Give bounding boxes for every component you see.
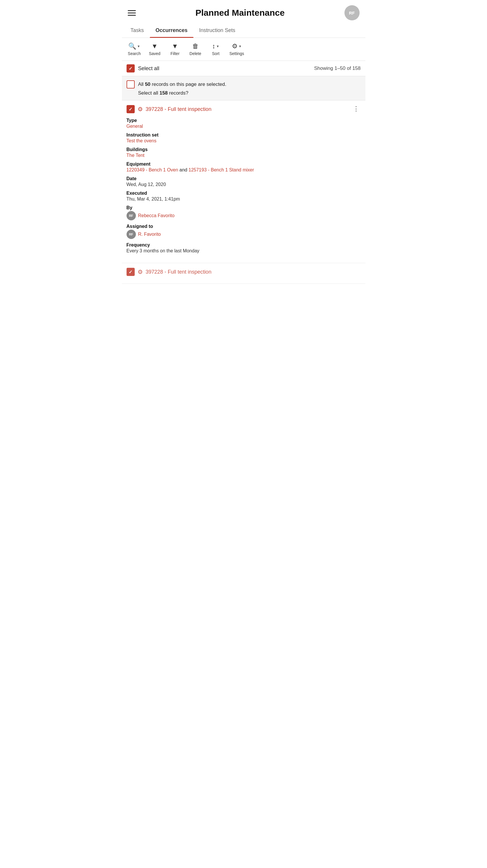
banner-line2: Select all 158 records?: [127, 90, 361, 96]
showing-count: Showing 1–50 of 158: [314, 65, 361, 71]
date-label: Date: [127, 176, 361, 181]
field-by: By RF Rebecca Favorito: [127, 205, 361, 220]
assigned-row: RF R. Favorito: [127, 230, 361, 239]
delete-icon: 🗑: [192, 42, 199, 50]
field-type: Type General: [127, 118, 361, 129]
by-label: By: [127, 205, 361, 211]
equipment-item1[interactable]: 1220349 - Bench 1 Oven: [127, 167, 178, 172]
settings-button[interactable]: ⚙ ▼ Settings: [226, 41, 248, 58]
date-value: Wed, Aug 12, 2020: [127, 182, 361, 187]
field-frequency: Frequency Every 3 months on the last Mon…: [127, 243, 361, 253]
more-options-icon[interactable]: ⋮: [352, 105, 361, 113]
record-card-partial: ⚙ 397228 - Full tent inspection: [122, 263, 365, 284]
sort-icon: ↕: [212, 42, 215, 50]
page-title: Planned Maintenance: [195, 8, 285, 18]
buildings-label: Buildings: [127, 147, 361, 152]
search-button[interactable]: 🔍 ▼ Search: [124, 41, 144, 58]
equipment-label: Equipment: [127, 161, 361, 167]
search-icon: 🔍: [128, 42, 136, 50]
tabs-bar: Tasks Occurrences Instruction Sets: [122, 24, 365, 38]
field-assigned: Assigned to RF R. Favorito: [127, 224, 361, 239]
delete-button[interactable]: 🗑 Delete: [185, 41, 206, 58]
instruction-set-label: Instruction set: [127, 132, 361, 138]
select-all-records-checkbox[interactable]: [127, 80, 135, 89]
equipment-value[interactable]: 1220349 - Bench 1 Oven and 1257193 - Ben…: [127, 167, 361, 173]
assigned-avatar: RF: [127, 230, 136, 239]
equipment-item2[interactable]: 1257193 - Bench 1 Stand mixer: [189, 167, 254, 172]
header: Planned Maintenance RF: [122, 0, 365, 24]
type-label: Type: [127, 118, 361, 123]
type-value[interactable]: General: [127, 124, 361, 129]
search-caret-icon: ▼: [137, 44, 140, 48]
settings-icon: ⚙: [232, 42, 238, 50]
partial-record-header: ⚙ 397228 - Full tent inspection: [127, 268, 361, 276]
by-row: RF Rebecca Favorito: [127, 211, 361, 220]
record-card: ⚙ 397228 - Full tent inspection ⋮ Type G…: [122, 100, 365, 263]
field-equipment: Equipment 1220349 - Bench 1 Oven and 125…: [127, 161, 361, 173]
select-all-checkbox[interactable]: [127, 64, 135, 72]
field-instruction-set: Instruction set Test the ovens: [127, 132, 361, 144]
field-date: Date Wed, Aug 12, 2020: [127, 176, 361, 187]
settings-caret-icon: ▼: [238, 44, 242, 48]
filter-button[interactable]: ▼ Filter: [165, 41, 185, 58]
select-all-label: Select all: [138, 65, 159, 72]
partial-record-checkbox[interactable]: [127, 268, 135, 276]
by-avatar: RF: [127, 211, 136, 220]
gear-icon: ⚙: [138, 106, 143, 113]
assigned-label: Assigned to: [127, 224, 361, 229]
by-value[interactable]: Rebecca Favorito: [138, 213, 174, 218]
partial-gear-icon: ⚙: [138, 268, 143, 275]
executed-label: Executed: [127, 191, 361, 196]
frequency-value: Every 3 months on the last Monday: [127, 248, 361, 253]
partial-record-title[interactable]: 397228 - Full tent inspection: [146, 269, 212, 275]
assigned-value[interactable]: R. Favorito: [138, 232, 161, 237]
banner-line1: All 50 records on this page are selected…: [138, 82, 226, 87]
tab-occurrences[interactable]: Occurrences: [150, 24, 193, 37]
select-all-bar: Select all Showing 1–50 of 158: [122, 61, 365, 76]
menu-icon[interactable]: [128, 10, 136, 16]
saved-filter-icon: ▼: [152, 42, 158, 50]
buildings-value[interactable]: The Tent: [127, 153, 361, 158]
avatar[interactable]: RF: [345, 5, 360, 20]
sort-caret-icon: ▼: [216, 44, 219, 48]
record-checkbox[interactable]: [127, 105, 135, 113]
select-all-banner: All 50 records on this page are selected…: [122, 76, 365, 100]
toolbar: 🔍 ▼ Search ▼ Saved ▼ Filter 🗑 Delete ↕ ▼…: [122, 38, 365, 61]
tab-instruction-sets[interactable]: Instruction Sets: [193, 24, 241, 37]
tab-tasks[interactable]: Tasks: [125, 24, 150, 37]
record-header: ⚙ 397228 - Full tent inspection ⋮: [127, 105, 361, 113]
saved-button[interactable]: ▼ Saved: [144, 41, 165, 58]
instruction-set-value[interactable]: Test the ovens: [127, 138, 361, 144]
field-buildings: Buildings The Tent: [127, 147, 361, 158]
field-executed: Executed Thu, Mar 4, 2021, 1:41pm: [127, 191, 361, 202]
executed-value: Thu, Mar 4, 2021, 1:41pm: [127, 196, 361, 202]
record-title[interactable]: 397228 - Full tent inspection: [146, 106, 212, 112]
filter-icon: ▼: [172, 42, 178, 50]
sort-button[interactable]: ↕ ▼ Sort: [206, 41, 226, 58]
frequency-label: Frequency: [127, 243, 361, 248]
